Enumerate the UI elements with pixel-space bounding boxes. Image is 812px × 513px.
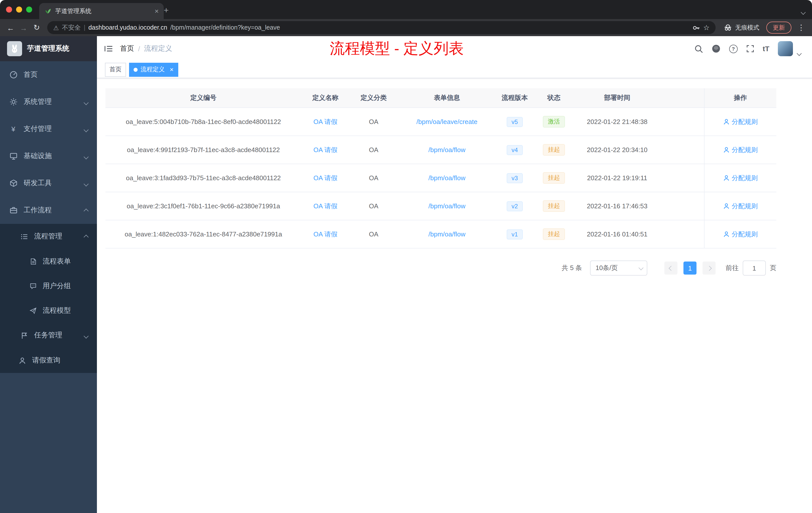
prev-page-button[interactable]: [664, 262, 677, 275]
browser-tab[interactable]: 芋道管理系统 ×: [39, 3, 164, 19]
user-avatar[interactable]: [778, 41, 793, 56]
bookmark-star-icon[interactable]: ☆: [703, 24, 709, 32]
browser-tab-strip: 芋道管理系统 × +: [0, 0, 812, 19]
tag-process-definition[interactable]: 流程定义 ×: [129, 62, 178, 77]
avatar-caret-icon[interactable]: [798, 48, 801, 57]
sidebar-item-process-mgmt[interactable]: 流程管理: [0, 224, 97, 249]
new-tab-button[interactable]: +: [160, 4, 173, 17]
sidebar-toggle-icon[interactable]: [97, 44, 120, 53]
sidebar-item-process-model[interactable]: 流程模型: [0, 298, 97, 323]
update-button[interactable]: 更新: [766, 22, 791, 34]
form-link[interactable]: /bpm/oa/flow: [428, 174, 465, 182]
assign-rule-link[interactable]: 分配规则: [723, 145, 758, 154]
breadcrumb-separator: /: [138, 45, 140, 53]
incognito-icon: [724, 23, 732, 32]
sidebar-item-user-group[interactable]: 用户分组: [0, 274, 97, 298]
sidebar-item-label: 基础设施: [24, 152, 52, 161]
window-zoom-button[interactable]: [26, 6, 32, 12]
page-jump-input[interactable]: [743, 261, 766, 276]
github-icon[interactable]: [712, 44, 721, 53]
key-icon[interactable]: [693, 24, 700, 31]
definition-id: oa_leave:1:482ec033-762a-11ec-8477-a2380…: [106, 231, 301, 238]
assign-rule-link[interactable]: 分配规则: [723, 230, 758, 239]
sidebar-item-process-form[interactable]: 流程表单: [0, 249, 97, 274]
deploy-time: 2022-01-22 21:48:38: [575, 118, 660, 125]
sidebar-item-leave-query[interactable]: 请假查询: [0, 348, 97, 373]
tab-close-icon[interactable]: ×: [155, 7, 159, 15]
sidebar-item-payment[interactable]: ¥ 支付管理: [0, 116, 97, 143]
url-path: /bpm/manager/definition?key=oa_leave: [170, 24, 280, 31]
security-warning-icon: ⚠: [53, 24, 59, 31]
definition-id: oa_leave:2:3c1f0ef1-76b1-11ec-9c66-a2380…: [106, 202, 301, 210]
action-label: 分配规则: [732, 174, 758, 182]
version-badge: v5: [506, 117, 523, 127]
definition-name-link[interactable]: OA 请假: [313, 230, 337, 239]
chat-bubble-icon: [29, 282, 37, 290]
form-link[interactable]: /bpm/oa/flow: [428, 202, 465, 210]
document-icon: [29, 258, 37, 265]
sidebar-item-infrastructure[interactable]: 基础设施: [0, 143, 97, 170]
form-link[interactable]: /bpm/oa/leave/create: [416, 118, 477, 125]
app: 芋道管理系统 首页 系统管理: [0, 36, 812, 513]
definition-name-link[interactable]: OA 请假: [313, 145, 337, 154]
page-size-value: 10条/页: [596, 264, 618, 273]
tag-home[interactable]: 首页: [105, 62, 126, 77]
search-icon[interactable]: [695, 44, 703, 53]
forward-icon[interactable]: →: [17, 21, 30, 34]
definition-name-link[interactable]: OA 请假: [313, 117, 337, 126]
form-link[interactable]: /bpm/oa/flow: [428, 231, 465, 238]
paper-plane-icon: [29, 307, 37, 314]
app-title: 芋道管理系统: [27, 44, 69, 53]
page-unit-label: 页: [770, 264, 776, 273]
navbar-actions: ? tT: [695, 40, 812, 57]
chevron-down-icon: [84, 125, 88, 133]
definition-name-link[interactable]: OA 请假: [313, 174, 337, 182]
sidebar-item-label: 研发工具: [24, 179, 52, 188]
fullscreen-icon[interactable]: [746, 45, 754, 53]
browser-menu-icon[interactable]: ⋮: [794, 23, 808, 32]
font-size-icon[interactable]: tT: [763, 45, 769, 53]
sidebar-item-home[interactable]: 首页: [0, 61, 97, 88]
help-icon[interactable]: ?: [729, 44, 738, 53]
page-number-1[interactable]: 1: [684, 262, 696, 275]
deploy-time: 2022-01-16 01:40:51: [575, 231, 660, 238]
security-label: 不安全: [62, 23, 81, 32]
page-size-select[interactable]: 10条/页: [590, 261, 647, 276]
sidebar-item-system[interactable]: 系统管理: [0, 88, 97, 116]
definition-category: OA: [349, 202, 398, 210]
breadcrumb-home[interactable]: 首页: [120, 44, 134, 53]
version-badge: v1: [506, 229, 523, 239]
user-icon: [723, 203, 730, 209]
definition-name-link[interactable]: OA 请假: [313, 202, 337, 211]
next-page-button[interactable]: [702, 262, 716, 275]
browser-toolbar: ← → ↻ ⚠ 不安全 | dashboard.yudao.iocoder.cn…: [0, 19, 812, 36]
assign-rule-link[interactable]: 分配规则: [723, 174, 758, 182]
version-badge: v2: [506, 201, 523, 211]
status-badge: 挂起: [543, 200, 565, 212]
form-link[interactable]: /bpm/oa/flow: [428, 146, 465, 154]
window-close-button[interactable]: [6, 6, 12, 12]
sidebar-logo[interactable]: 芋道管理系统: [0, 36, 97, 61]
workflow-submenu: 流程管理 流程表单: [0, 224, 97, 373]
back-icon[interactable]: ←: [4, 21, 17, 34]
screen: 芋道管理系统 × + ← → ↻ ⚠ 不安全 | dashboard.yudao…: [0, 0, 812, 513]
sidebar-item-devtools[interactable]: 研发工具: [0, 170, 97, 197]
tags-view-bar: 首页 流程定义 ×: [97, 61, 812, 78]
assign-rule-link[interactable]: 分配规则: [723, 202, 758, 211]
incognito-label: 无痕模式: [735, 23, 759, 32]
sidebar-item-label: 工作流程: [24, 206, 52, 215]
tab-search-icon[interactable]: [802, 7, 805, 16]
address-bar[interactable]: ⚠ 不安全 | dashboard.yudao.iocoder.cn/bpm/m…: [47, 21, 716, 34]
definition-category: OA: [349, 174, 398, 182]
sidebar-item-label: 系统管理: [24, 97, 52, 107]
status-badge: 挂起: [543, 172, 565, 184]
assign-rule-link[interactable]: 分配规则: [723, 117, 758, 126]
tag-close-icon[interactable]: ×: [170, 66, 174, 73]
window-minimize-button[interactable]: [16, 6, 22, 12]
sidebar-item-task-mgmt[interactable]: 任务管理: [0, 323, 97, 348]
version-badge: v4: [506, 145, 523, 155]
reload-icon[interactable]: ↻: [30, 21, 43, 34]
sidebar-item-workflow[interactable]: 工作流程: [0, 197, 97, 224]
chevron-up-icon: [84, 206, 88, 214]
chevron-down-icon: [84, 179, 88, 187]
